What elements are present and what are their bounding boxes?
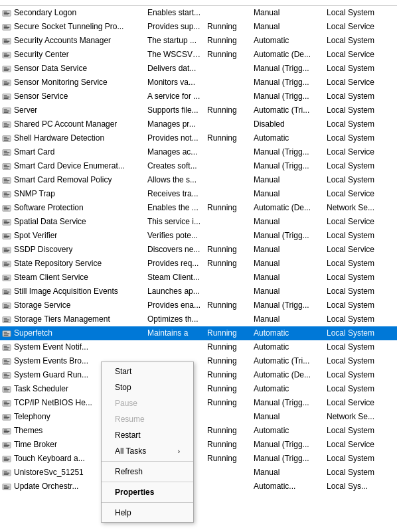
svg-rect-18 (4, 68, 10, 69)
table-row[interactable]: Smart Card Device Enumerat... Creates so… (0, 159, 397, 173)
table-row[interactable]: Telephony Manual Network Se... (0, 410, 397, 424)
context-menu-item-stop[interactable]: Stop (102, 379, 193, 395)
table-row[interactable]: Shell Hardware Detection Provides not...… (0, 131, 397, 145)
table-body: Secondary Logon Enables start... Manual … (0, 6, 397, 519)
cell-logon: Local System (325, 466, 397, 480)
cell-desc: The WSCSVC... (146, 48, 206, 62)
cell-logon: Local Service (325, 48, 397, 62)
svg-rect-95 (4, 334, 9, 335)
svg-rect-45 (4, 165, 7, 165)
svg-rect-46 (4, 166, 10, 166)
svg-rect-77 (4, 276, 7, 277)
service-name: System Events Bro... (14, 354, 88, 368)
table-row[interactable]: System Guard Run... Running Automatic (D… (0, 368, 397, 382)
context-menu-item-start[interactable]: Start (102, 364, 193, 379)
menu-label: Start (115, 367, 131, 376)
svg-rect-58 (4, 208, 10, 208)
service-name: Storage Service (14, 299, 70, 312)
table-row[interactable]: Security Center The WSCSVC... Running Au… (0, 48, 397, 62)
cell-name: SNMP Trap (0, 187, 146, 201)
menu-label: Properties (115, 488, 154, 497)
cell-desc: Delivers dat... (146, 62, 206, 76)
table-row[interactable]: TCP/IP NetBIOS He... Running Manual (Tri… (0, 396, 397, 410)
svg-rect-107 (4, 376, 9, 377)
svg-rect-70 (4, 249, 10, 250)
svg-rect-93 (4, 332, 7, 332)
svg-rect-111 (4, 390, 9, 391)
table-row[interactable]: Security Accounts Manager The startup ..… (0, 34, 397, 48)
svg-rect-39 (4, 139, 9, 140)
cell-status: Running (206, 20, 252, 34)
table-row[interactable]: Task Scheduler Running Automatic Local S… (0, 382, 397, 396)
cell-logon: Local Service (325, 438, 397, 452)
table-row[interactable]: Server Supports file... Running Automati… (0, 103, 397, 117)
table-row[interactable]: Superfetch Maintains a Running Automatic… (0, 326, 397, 340)
cell-startup: Disabled (252, 117, 325, 131)
cell-startup: Automatic (252, 326, 325, 340)
cell-name: Software Protection (0, 201, 146, 215)
table-row[interactable]: Update Orchestr... Automatic... Local Sy… (0, 480, 397, 494)
cell-logon: Local System (325, 326, 397, 340)
table-row[interactable]: Secure Socket Tunneling Pro... Provides … (0, 20, 397, 34)
svg-rect-35 (4, 125, 9, 126)
svg-rect-50 (4, 180, 10, 180)
svg-rect-61 (4, 220, 7, 221)
table-row[interactable]: Still Image Acquisition Events Launches … (0, 285, 397, 299)
table-row[interactable]: Steam Client Service Steam Client... Man… (0, 271, 397, 285)
context-menu-item-help[interactable]: Help (102, 505, 193, 521)
table-row[interactable]: Storage Tiers Management Optimizes th...… (0, 312, 397, 326)
cell-startup: Automatic (Tri... (252, 103, 325, 117)
service-name: Themes (14, 424, 42, 438)
service-icon (1, 259, 12, 269)
table-row[interactable]: SNMP Trap Receives tra... Manual Local S… (0, 187, 397, 201)
table-row[interactable]: Sensor Service A service for ... Manual … (0, 90, 397, 103)
context-menu-item-refresh[interactable]: Refresh (102, 464, 193, 480)
cell-name: Secure Socket Tunneling Pro... (0, 20, 146, 34)
cell-startup: Manual (252, 6, 325, 20)
table-row[interactable]: State Repository Service Provides req...… (0, 257, 397, 271)
cell-startup: Manual (Trigg... (252, 229, 325, 243)
svg-rect-102 (4, 361, 10, 362)
svg-rect-19 (4, 70, 9, 70)
service-icon (1, 245, 12, 255)
svg-rect-15 (4, 56, 9, 56)
svg-rect-115 (4, 404, 9, 405)
context-menu-item-restart[interactable]: Restart (102, 427, 193, 443)
table-row[interactable]: Software Protection Enables the ... Runn… (0, 201, 397, 215)
table-row[interactable]: System Event Notif... Running Automatic … (0, 340, 397, 354)
cell-startup: Manual (252, 20, 325, 34)
table-row[interactable]: Secondary Logon Enables start... Manual … (0, 6, 397, 20)
cell-logon: Local System (325, 103, 397, 117)
table-row[interactable]: Touch Keyboard a... Running Manual (Trig… (0, 452, 397, 466)
table-row[interactable]: Smart Card Removal Policy Allows the s..… (0, 173, 397, 187)
table-row[interactable]: Sensor Monitoring Service Monitors va...… (0, 76, 397, 90)
table-row[interactable]: Storage Service Provides ena... Running … (0, 299, 397, 312)
table-row[interactable]: Smart Card Manages ac... Manual (Trigg..… (0, 145, 397, 159)
cell-logon: Local Service (325, 243, 397, 257)
table-row[interactable]: Shared PC Account Manager Manages pr... … (0, 117, 397, 131)
service-name: Spatial Data Service (14, 215, 86, 229)
table-row[interactable]: Time Broker Running Manual (Trigg... Loc… (0, 438, 397, 452)
table-row[interactable]: Spatial Data Service This service i... M… (0, 215, 397, 229)
cell-name: Steam Client Service (0, 271, 146, 285)
context-menu-item-properties[interactable]: Properties (102, 484, 193, 500)
table-row[interactable]: System Events Bro... Running Automatic (… (0, 354, 397, 368)
cell-startup: Automatic (De... (252, 368, 325, 382)
table-row[interactable]: SSDP Discovery Discovers ne... Running M… (0, 243, 397, 257)
menu-label: All Tasks (115, 446, 146, 456)
cell-name: Superfetch (0, 326, 146, 340)
table-row[interactable]: UnistoreSvc_51251 Manual Local System (0, 466, 397, 480)
svg-rect-1 (4, 11, 7, 12)
cell-name: Storage Service (0, 299, 146, 312)
svg-rect-98 (4, 347, 10, 348)
context-menu-item-all-tasks[interactable]: All Tasks› (102, 443, 193, 459)
table-row[interactable]: Sensor Data Service Delivers dat... Manu… (0, 62, 397, 76)
svg-rect-122 (4, 431, 10, 431)
cell-logon: Local System (325, 285, 397, 299)
svg-rect-33 (4, 123, 7, 123)
table-row[interactable]: Themes Running Automatic Local System (0, 424, 397, 438)
table-row[interactable]: Spot Verifier Verifies pote... Manual (T… (0, 229, 397, 243)
service-name: Time Broker (14, 438, 57, 452)
svg-rect-133 (4, 471, 7, 472)
cell-startup: Automatic (252, 382, 325, 396)
